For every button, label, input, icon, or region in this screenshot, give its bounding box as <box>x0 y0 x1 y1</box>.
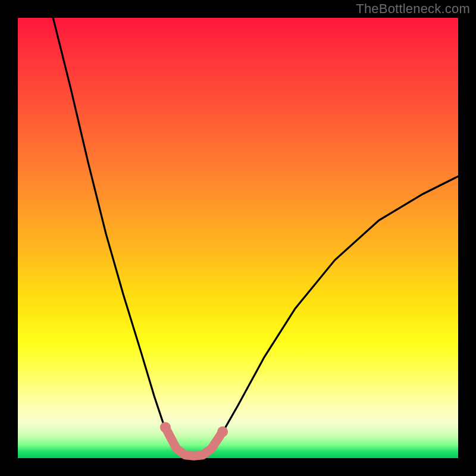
highlight-end-dot-left <box>160 422 171 433</box>
curve-right-branch <box>190 176 458 456</box>
bottleneck-curve <box>18 18 458 458</box>
chart-plot-area <box>18 18 458 458</box>
highlight-end-dot-right <box>217 427 228 437</box>
chart-frame: TheBottleneck.com <box>0 0 476 476</box>
curve-highlight-segment <box>165 427 223 456</box>
watermark-text: TheBottleneck.com <box>356 1 470 17</box>
curve-left-branch <box>53 18 189 456</box>
